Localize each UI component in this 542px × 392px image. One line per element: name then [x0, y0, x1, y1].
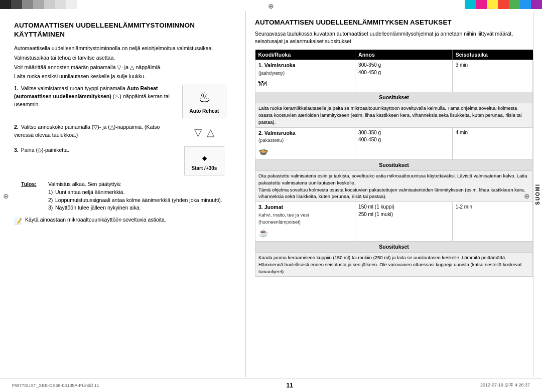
step-3-icon-area: ⬥ Start /+30s — [174, 146, 234, 175]
color-swatch-1 — [0, 0, 11, 9]
step-3-row: 3. Paina (◇)-painiketta. ⬥ Start /+30s — [14, 146, 234, 175]
tulos-row: Tulos: Valmistus alkaa. Sen päätyttyä: — [21, 180, 234, 188]
color-swatch-yellow — [487, 0, 498, 9]
note-icon: 📝 — [14, 217, 22, 227]
step-1-number: 1. — [14, 85, 19, 91]
step-2-row: 2. Valitse annoskoko painamalla (▽)- ja … — [14, 123, 234, 141]
suositukset-header-3: Suositukset — [255, 241, 533, 252]
food-name-1: 1. Valmisruoka — [258, 62, 296, 68]
table-row: 1. Valmisruoka (jäähdytetty) 🍽 300-350 g… — [255, 60, 533, 92]
col-header-rest: Seisotusaika — [452, 50, 532, 60]
left-title: AUTOMAATTISEN UUDELLEENLÄMMITYSTOIMINNON… — [14, 21, 234, 39]
start-label: Start /+30s — [192, 165, 217, 171]
auto-reheat-label: Auto Reheat — [190, 108, 219, 114]
footer-filename: FW77SUST_XEE-DE68-04135A-FI.indd 11 — [12, 383, 99, 388]
table-row: 3. Juomat Kahvi, maito, tee ja vesi(huon… — [255, 202, 533, 242]
bottom-bar: FW77SUST_XEE-DE68-04135A-FI.indd 11 11 2… — [0, 378, 542, 392]
suositukset-text-2: Ota pakastettu valmisateria esiin ja tar… — [255, 171, 533, 202]
food-sub-1: (jäähdytetty) — [258, 70, 285, 76]
suositukset-header-1: Suositukset — [255, 92, 533, 103]
tulos-item-2: 2)Loppumuistutussignaali antaa kolme ään… — [48, 197, 234, 205]
suositukset-text-3: Kaada juoma keraamiseen kuppiin (150 ml)… — [255, 253, 533, 277]
food-sub-2: (pakastettu) — [258, 137, 284, 143]
step-1-icon-area: ♨ Auto Reheat — [174, 85, 234, 118]
tulos-item-3: 3)Näyttöön tulee jälleen nykyinen aika. — [48, 204, 234, 212]
arrow-down-icon[interactable]: ▽ — [194, 126, 202, 138]
food-name-cell-2: 2. Valmisruoka (pakastettu) 🍲 — [255, 127, 355, 159]
suositukset-text-row-3: Kaada juoma keraamiseen kuppiin (150 ml)… — [255, 253, 533, 277]
food-rest-cell-1: 3 min — [452, 60, 532, 92]
reheat-steam-icon: ♨ — [190, 89, 219, 106]
intro-line-1: Automaattisella uudelleenlämmitystoiminn… — [14, 45, 234, 53]
start-icon: ⬥ — [192, 151, 217, 164]
table-header-row: Koodi/Ruoka Annos Seisotusaika — [255, 50, 533, 60]
step-3-section: 3. Paina (◇)-painiketta. ⬥ Start /+30s — [14, 146, 234, 175]
color-swatch-4 — [33, 0, 44, 9]
left-intro: Automaattisella uudelleenlämmitystoiminn… — [14, 45, 234, 81]
food-icon-1: 🍽 — [258, 78, 352, 89]
suositukset-text-row-2: Ota pakastettu valmisateria esiin ja tar… — [255, 171, 533, 202]
food-table: Koodi/Ruoka Annos Seisotusaika 1. Valmis… — [255, 50, 533, 277]
start-button[interactable]: ⬥ Start /+30s — [184, 146, 225, 175]
food-name-cell-3: 3. Juomat Kahvi, maito, tee ja vesi(huon… — [255, 202, 355, 242]
page-number: 11 — [287, 382, 293, 389]
table-row: 2. Valmisruoka (pakastettu) 🍲 300-350 g4… — [255, 127, 533, 159]
auto-reheat-button[interactable]: ♨ Auto Reheat — [182, 85, 227, 118]
right-column: AUTOMAATTISEN UUDELLEENLÄMMITYKSEN ASETU… — [246, 11, 542, 377]
color-swatch-cyan — [465, 0, 476, 9]
color-swatch-5 — [44, 0, 55, 9]
food-amount-cell-1: 300-350 g400-450 g — [355, 60, 453, 92]
step-2-number: 2. — [14, 124, 19, 130]
intro-line-2: Valmistusaikaa tai tehoa ei tarvitse ase… — [14, 54, 234, 62]
footer-timestamp: 2012-07-19 오후 4:26:37 — [480, 382, 530, 388]
color-swatch-6 — [55, 0, 66, 9]
color-swatch-7 — [66, 0, 77, 9]
compass-top-icon: ⊕ — [268, 2, 274, 10]
intro-line-3: Voit määrittää annosten määrän painamall… — [14, 64, 234, 72]
suositukset-text-row-1: Laita ruoka keramiikkalautaselle ja peit… — [255, 103, 533, 127]
food-sub-3: Kahvi, maito, tee ja vesi(huoneenlämpöis… — [258, 212, 309, 225]
suositukset-header-2: Suositukset — [255, 159, 533, 170]
tulos-item-1: 1)Uuni antaa neljä äänimerkkiä. — [48, 188, 234, 197]
arrow-buttons: ▽ △ — [189, 123, 219, 141]
tulos-intro: Valmistus alkaa. Sen päätyttyä: — [48, 180, 121, 188]
food-amount-cell-3: 150 ml (1 kuppi)250 ml (1 muki) — [355, 202, 453, 242]
color-swatch-2 — [11, 0, 22, 9]
food-rest-cell-2: 4 min — [452, 127, 532, 159]
note-row: 📝 Käytä ainoastaan mikroaaltouunikäyttöö… — [14, 216, 234, 227]
top-bar-left-colors — [0, 0, 77, 9]
compass-right-icon: ⊕ — [524, 192, 530, 200]
food-name-cell-1: 1. Valmisruoka (jäähdytetty) 🍽 — [255, 60, 355, 92]
step-2-text: 2. Valitse annoskoko painamalla (▽)- ja … — [14, 123, 174, 139]
step-2-section: 2. Valitse annoskoko painamalla (▽)- ja … — [14, 123, 234, 141]
top-bar-right-colors — [465, 0, 542, 9]
top-color-bar: ⊕ — [0, 0, 542, 9]
left-column: AUTOMAATTISEN UUDELLEENLÄMMITYSTOIMINNON… — [0, 11, 246, 377]
main-content: AUTOMAATTISEN UUDELLEENLÄMMITYSTOIMINNON… — [0, 11, 542, 377]
color-swatch-red — [498, 0, 509, 9]
food-name-2: 2. Valmisruoka — [258, 130, 296, 136]
color-swatch-3 — [22, 0, 33, 9]
sidebar-label: SUOMI — [535, 183, 540, 205]
intro-line-4: Laita ruoka ensiksi uunilautasen keskell… — [14, 73, 234, 81]
step-2-icon-area: ▽ △ — [174, 123, 234, 141]
col-header-amount: Annos — [355, 50, 453, 60]
step-3-text: 3. Paina (◇)-painiketta. — [14, 146, 174, 154]
col-header-food: Koodi/Ruoka — [255, 50, 355, 60]
step-1-section: 1. Valitse valmistamasi ruoan tyyppi pai… — [14, 85, 234, 118]
tulos-list: 1)Uuni antaa neljä äänimerkkiä. 2)Loppum… — [48, 188, 234, 212]
step-1-text: 1. Valitse valmistamasi ruoan tyyppi pai… — [14, 85, 174, 108]
food-rest-cell-3: 1-2 min. — [452, 202, 532, 242]
arrow-up-icon[interactable]: △ — [207, 126, 214, 138]
suositukset-label-2: Suositukset — [255, 159, 533, 170]
color-swatch-magenta — [476, 0, 487, 9]
food-name-3: 3. Juomat — [258, 204, 283, 210]
food-icon-3: ☕ — [258, 227, 352, 239]
food-amount-cell-2: 300-350 g400-450 g — [355, 127, 453, 159]
right-intro: Seuraavassa taulukossa kuvataan automaat… — [255, 30, 533, 46]
color-swatch-blue — [520, 0, 531, 9]
suositukset-label-3: Suositukset — [255, 241, 533, 252]
suositukset-label-1: Suositukset — [255, 92, 533, 103]
color-swatch-green — [509, 0, 520, 9]
food-icon-2: 🍲 — [258, 145, 352, 157]
